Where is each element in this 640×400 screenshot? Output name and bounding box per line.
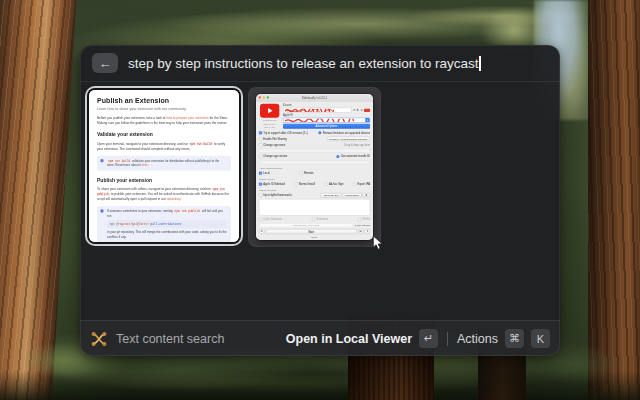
checkbox-disabled bbox=[312, 218, 315, 221]
actions-button[interactable]: Actions bbox=[457, 332, 498, 346]
mini-window-title: Sideloadly! v0.20.1 bbox=[256, 96, 373, 99]
app-name-field bbox=[259, 149, 370, 153]
play-icon bbox=[268, 108, 273, 113]
checkbox-checked bbox=[259, 183, 262, 186]
hint-icon: i bbox=[100, 209, 103, 212]
apple-id-label: Apple ID bbox=[283, 114, 370, 117]
checkbox bbox=[259, 137, 262, 140]
doc-page: Publish an Extension Learn how to share … bbox=[89, 90, 239, 242]
share-button: ↥ bbox=[365, 229, 370, 234]
doc-subtitle: Learn how to share your extension with o… bbox=[97, 107, 231, 111]
results-grid: Publish an Extension Learn how to share … bbox=[80, 82, 560, 320]
inline-code: npm run build bbox=[189, 142, 213, 145]
redaction-scribble bbox=[285, 119, 355, 122]
checkbox bbox=[259, 155, 262, 158]
log-button: ▤ bbox=[358, 229, 363, 234]
checkbox-disabled bbox=[259, 218, 262, 221]
k-keycap: K bbox=[531, 329, 550, 348]
checkbox bbox=[294, 183, 297, 186]
footer-divider bbox=[447, 332, 448, 346]
result-thumbnail-doc[interactable]: Publish an Extension Learn how to share … bbox=[89, 90, 239, 242]
search-input[interactable]: step by step instructions to release an … bbox=[128, 56, 481, 71]
sideloadly-window: Sideloadly! v0.20.1 iPad/iPhone iOS 16.1… bbox=[256, 94, 373, 240]
signing-section-label: Signing Mode: bbox=[259, 177, 370, 180]
frameworks-button: Frameworks bbox=[342, 193, 361, 197]
idevice-label: iDevice bbox=[283, 104, 370, 107]
tweak-list-box bbox=[259, 199, 370, 216]
settings-button: ⚙ bbox=[259, 229, 264, 234]
doc-paragraph: Open your terminal, navigate to your ext… bbox=[97, 141, 231, 151]
advanced-options-button: Advanced Options bbox=[283, 124, 370, 129]
mini-titlebar: Sideloadly! v0.20.1 bbox=[256, 94, 373, 101]
doc-paragraph: To share your extension with others, nav… bbox=[97, 187, 231, 202]
refresh-icon: ⟳ bbox=[353, 109, 356, 112]
extension-logo-icon bbox=[90, 330, 108, 348]
info-icon: i bbox=[336, 155, 339, 158]
command-name-label: Text content search bbox=[116, 332, 224, 346]
plus-button: ✚ bbox=[363, 193, 370, 197]
doc-link: how to prepare your extension bbox=[166, 116, 209, 120]
mouse-cursor bbox=[372, 235, 384, 251]
doc-hint-box: i If someone contributes to your extensi… bbox=[97, 206, 231, 242]
code-block: npx @raycast/api@latest pull-contributio… bbox=[107, 220, 227, 228]
device-toolbar-icons: ⟳ ✚ ⓘ bbox=[353, 108, 370, 112]
enter-keycap: ↵ bbox=[419, 329, 438, 348]
apple-id-field: ▾ bbox=[283, 118, 370, 123]
checkbox bbox=[259, 143, 262, 146]
checkbox bbox=[325, 183, 328, 186]
checkbox-checked bbox=[259, 131, 262, 134]
status-label: Done bbox=[259, 236, 370, 239]
doc-title: Publish an Extension bbox=[97, 97, 231, 105]
search-bar: ← step by step instructions to release a… bbox=[80, 45, 560, 82]
drag-drop-hint: Drag & drop app here bbox=[344, 143, 370, 146]
checkbox bbox=[259, 194, 262, 197]
checkbox bbox=[353, 183, 356, 186]
inline-code: npm run build bbox=[107, 159, 131, 162]
open-local-viewer-button[interactable]: Open in Local Viewer bbox=[286, 332, 412, 346]
hint-icon: i bbox=[100, 159, 103, 162]
bundle-id-field bbox=[259, 160, 370, 164]
search-query-text: step by step instructions to release an … bbox=[128, 56, 478, 71]
action-bar: Text content search Open in Local Viewer… bbox=[80, 320, 560, 356]
checkbox-disabled bbox=[358, 218, 361, 221]
info-icon: i bbox=[318, 131, 321, 134]
youtube-app-icon bbox=[260, 104, 279, 118]
back-arrow-icon: ← bbox=[99, 57, 112, 70]
inline-code: npm run publish bbox=[174, 209, 202, 212]
red-badge bbox=[364, 109, 370, 112]
idevice-field bbox=[283, 108, 352, 113]
auth-section-label: Apple authentication: bbox=[259, 166, 370, 169]
email-changes-link: E-Mail changes bbox=[355, 224, 370, 226]
doc-paragraph: Before you publish your extension, take … bbox=[97, 115, 231, 125]
doc-link: repository bbox=[167, 197, 181, 201]
back-button[interactable]: ← bbox=[92, 53, 118, 73]
remove-extensions-button: Remove App Extensions (Plugins) bbox=[327, 137, 370, 141]
checkbox-checked bbox=[259, 172, 262, 175]
doc-heading-validate: Validate your extension bbox=[97, 131, 231, 137]
cmd-keycap: ⌘ bbox=[505, 329, 524, 348]
add-dylib-button: Add dylib/.deb bbox=[320, 193, 341, 197]
checkbox bbox=[300, 172, 303, 175]
doc-heading-publish: Publish your extension bbox=[97, 177, 231, 183]
device-info: iPad/iPhone iOS 16.1.1 2.5.4 App bbox=[263, 119, 276, 129]
text-caret bbox=[479, 56, 481, 71]
ad-banner: sideloadly.info, your tweaks bbox=[259, 223, 353, 227]
redaction-scribble bbox=[285, 109, 335, 112]
info-icon: ⓘ bbox=[360, 108, 363, 112]
raycast-launcher-window: ← step by step instructions to release a… bbox=[80, 45, 560, 356]
result-thumbnail-app[interactable]: Sideloadly! v0.20.1 iPad/iPhone iOS 16.1… bbox=[248, 87, 381, 247]
doc-hint-box: i npm run build validates your extension… bbox=[97, 156, 231, 171]
dropdown-icon: ▾ bbox=[365, 118, 369, 122]
add-icon: ✚ bbox=[357, 109, 360, 112]
tweak-section-label: Tweak Injection: bbox=[259, 188, 370, 191]
start-button: Start bbox=[266, 229, 357, 234]
